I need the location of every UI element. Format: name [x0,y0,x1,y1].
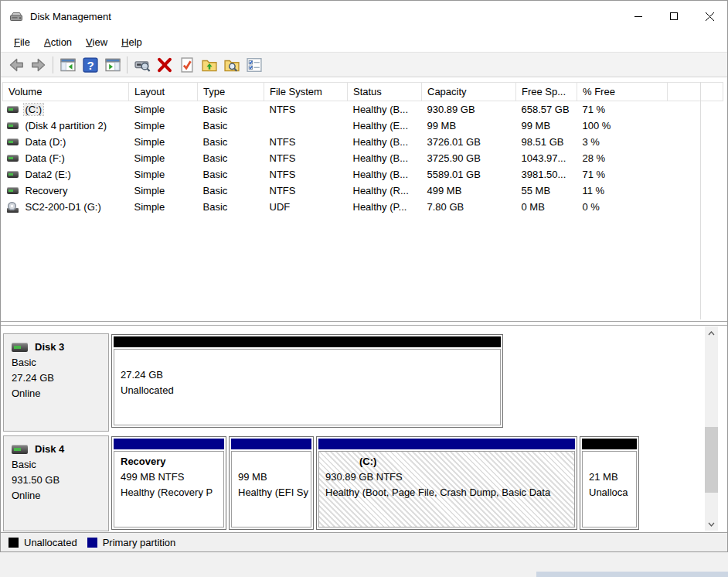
mark-partition-active-icon [179,56,196,73]
column-header-type[interactable]: Type [198,83,264,101]
volume-row-sc2-200-d1-g[interactable]: SC2-200-D1 (G:)SimpleBasicUDFHealthy (P.… [3,199,723,215]
scrollbar-thumb[interactable] [705,427,718,493]
device-view-icon [134,56,151,73]
free-space-cell: 0 MB [516,199,577,215]
partition-status: Unalloca [589,485,636,500]
menu-view[interactable]: View [79,34,114,50]
volume-cell: (Disk 4 partition 2) [3,118,129,134]
filler-cell [668,134,723,150]
properties-button[interactable] [243,55,265,75]
minimize-button[interactable] [621,1,656,32]
explore-icon [223,56,240,73]
volume-row-data-d[interactable]: Data (D:)SimpleBasicNTFSHealthy (B...372… [3,134,723,150]
free-space-cell: 3981.50... [516,166,577,183]
partition-name [589,454,636,469]
partition-name [238,454,311,469]
disk-status: Online [12,386,108,401]
volume-cell: Data (F:) [3,150,129,166]
disk-header-disk-3[interactable]: Disk 3Basic27.24 GBOnline [3,333,109,432]
partition-type-bar [231,439,311,449]
column-header-status[interactable]: Status [348,83,422,101]
partition-c[interactable]: (C:)930.89 GB NTFSHealthy (Boot, Page Fi… [316,436,577,530]
partition-unallocated[interactable]: 27.24 GBUnallocated [111,334,503,428]
free-space-cell: 98.51 GB [516,134,577,150]
layout-cell: Simple [129,118,198,134]
partition-status: Healthy (EFI Sy [238,485,311,500]
disk-volume-icon [7,171,19,178]
free-space-cell: 99 MB [516,118,577,134]
menu-action[interactable]: Action [37,34,79,50]
volume-row-recovery[interactable]: RecoverySimpleBasicNTFSHealthy (R...499 … [3,183,723,199]
partition-unalloca[interactable]: 21 MBUnalloca [580,436,639,530]
volume-row-disk-4-partition-2[interactable]: (Disk 4 partition 2)SimpleBasicHealthy (… [3,118,723,134]
partition-body: (C:)930.89 GB NTFSHealthy (Boot, Page Fi… [318,451,575,527]
column-header-file-system[interactable]: File System [264,83,348,101]
volume-row-c[interactable]: (C:)SimpleBasicNTFSHealthy (B...930.89 G… [3,101,723,118]
scroll-down-button[interactable] [705,518,718,530]
partitions: Recovery499 MB NTFSHealthy (Recovery P 9… [111,436,639,530]
disk-list: Disk 3Basic27.24 GBOnline 27.24 GBUnallo… [1,326,704,532]
open-icon [201,56,218,73]
vertical-scrollbar[interactable] [705,326,718,531]
background-window-edge [536,572,728,577]
menu-help[interactable]: Help [114,34,149,50]
type-cell: Basic [198,118,264,134]
file-system-cell: NTFS [264,150,348,166]
partition-type-bar [114,439,224,449]
column-header-capacity[interactable]: Capacity [422,83,516,101]
disk-icon [12,343,28,352]
type-cell: Basic [198,183,264,199]
legend-swatch-unallocated [9,538,19,548]
percent-free-cell: 71 % [577,166,668,183]
volume-label: Data (F:) [24,152,66,164]
properties-icon [246,56,263,73]
legend-unallocated: Unallocated [9,537,77,548]
maximize-button[interactable] [656,1,692,32]
volume-cell: Recovery [3,183,129,199]
scroll-up-button[interactable] [705,327,718,339]
delete-volume-button[interactable] [153,55,175,75]
disk-volume-icon [7,138,19,145]
forward-button[interactable] [27,55,49,75]
capacity-cell: 3726.01 GB [422,134,516,150]
column-header-free-sp[interactable]: Free Sp... [516,83,577,101]
volume-table-header: VolumeLayoutTypeFile SystemStatusCapacit… [3,83,723,101]
column-header-free[interactable]: % Free [577,83,668,101]
toolbar: ? [1,52,727,77]
column-header-volume[interactable]: Volume [3,83,129,101]
percent-free-cell: 100 % [577,118,668,134]
volume-row-data2-e[interactable]: Data2 (E:)SimpleBasicNTFSHealthy (B...55… [3,166,723,183]
partition-healthy-efi-sy[interactable]: 99 MBHealthy (EFI Sy [229,436,314,530]
capacity-cell: 5589.01 GB [422,166,516,183]
device-view-button[interactable] [131,55,153,75]
close-button[interactable] [692,1,727,32]
show-action-pane-button[interactable] [101,55,124,75]
open-button[interactable] [198,55,220,75]
disk-name-line: Disk 3 [12,340,108,355]
disk-volume-icon [7,155,19,162]
status-cell: Healthy (B... [348,166,422,183]
status-cell: Healthy (B... [348,134,422,150]
column-header-layout[interactable]: Layout [129,83,198,101]
explore-button[interactable] [220,55,243,75]
back-button[interactable] [5,55,27,75]
type-cell: Basic [198,134,264,150]
legend-swatch-primary-partition [87,538,97,548]
partition-name: Recovery [121,454,223,469]
show-console-tree-button[interactable] [56,55,79,75]
partition-recovery[interactable]: Recovery499 MB NTFSHealthy (Recovery P [111,436,226,530]
disk-name: Disk 4 [35,442,64,457]
filler-cell [668,118,723,134]
partition-type-bar [318,439,575,449]
volume-label: Data (D:) [24,136,68,148]
status-cell: Healthy (E... [348,118,422,134]
volume-list-pane: VolumeLayoutTypeFile SystemStatusCapacit… [1,77,727,321]
disk-row-disk-4: Disk 4Basic931.50 GBOnlineRecovery499 MB… [3,435,704,531]
help-button[interactable]: ? [79,55,101,75]
menu-file[interactable]: File [7,34,37,50]
mark-partition-active-button[interactable] [175,55,198,75]
disk-header-disk-4[interactable]: Disk 4Basic931.50 GBOnline [3,435,109,531]
volume-row-data-f[interactable]: Data (F:)SimpleBasicNTFSHealthy (B...372… [3,150,723,166]
partition-size: 499 MB NTFS [121,469,223,485]
type-cell: Basic [198,150,264,166]
